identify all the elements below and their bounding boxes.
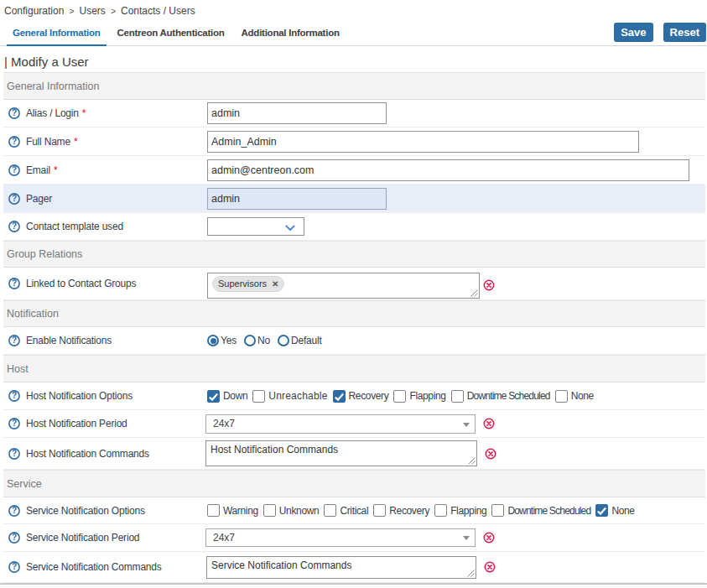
- svg-text:?: ?: [12, 137, 17, 146]
- svg-text:?: ?: [12, 221, 17, 231]
- svg-text:?: ?: [12, 419, 17, 428]
- svg-text:?: ?: [12, 562, 17, 571]
- svg-text:?: ?: [12, 278, 17, 288]
- svg-text:?: ?: [12, 449, 17, 458]
- svg-text:?: ?: [12, 506, 17, 515]
- svg-text:?: ?: [12, 165, 17, 174]
- svg-text:?: ?: [12, 108, 17, 117]
- svg-text:?: ?: [12, 533, 17, 542]
- svg-text:?: ?: [12, 336, 17, 345]
- svg-text:?: ?: [12, 391, 17, 400]
- svg-text:?: ?: [12, 194, 17, 203]
